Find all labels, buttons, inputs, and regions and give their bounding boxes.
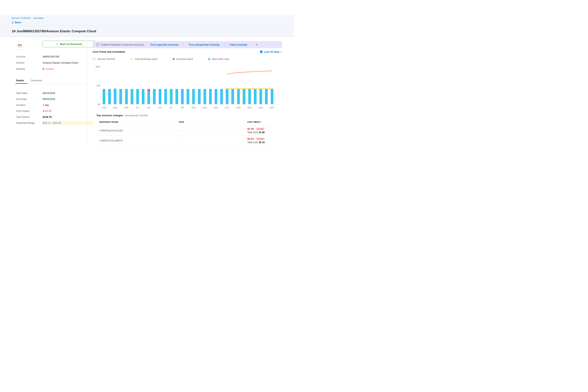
chevron-down-icon: ▾ [281,51,282,53]
legend-label: Spend within range [212,58,229,60]
severity-dot-icon [43,68,44,70]
mark-as-resolved-button[interactable]: ✓ Mark as Resolved [42,41,96,47]
detail-label: Cost Impact [16,110,43,112]
detail-row: Total Spend$158.78 [16,115,93,118]
summary-value: medium [43,68,54,70]
legend-label: Expected Average spend [135,58,158,60]
resource-id-cell[interactable]: i-0b6f257223cad9579 [96,139,179,142]
feedback-option[interactable]: True expected Anomaly [146,43,183,46]
breadcrumb-account-link[interactable]: Account: CCM-NG [12,17,30,19]
expected-range-highlight: $39.72 - $48.56 [43,121,93,125]
summary-label: Account [16,55,43,58]
feedback-close-icon[interactable]: ✕ [256,43,258,46]
cost-line: $0.04+42.26% [247,137,272,140]
detail-value: 1 day [43,104,49,106]
tags-cell: - [179,139,247,142]
feedback-options: True expected AnomalyTrue unexpected Ano… [146,43,252,47]
table-title-row: Top resource changes (showing top 5 resu… [96,114,148,117]
back-button[interactable]: ❮ Back [12,21,21,24]
detail-value: $119.06 [43,110,52,112]
chart-title: Cost Trend and Anomalies [92,50,125,53]
cost-impact-value: $0.49 [247,128,254,130]
summary-row: Account868001352780 [16,55,93,58]
feedback-bubble-icon [96,43,99,46]
date-range-label: Last 30 days [264,50,280,53]
legend-box-icon [172,58,175,60]
summary-rows: Account868001352780ServiceAmazon Elastic… [16,55,93,74]
summary-value: Amazon Elastic Compute Cloud [43,61,78,64]
detail-value: $158.78 [43,116,52,118]
detail-value: $39.72 - $48.56 [43,122,61,124]
legend-label: Anomaly Threshold [98,58,115,60]
anomaly-threshold-line [227,71,272,74]
detail-row: Expected Range$39.72 - $48.56 [16,121,93,124]
svg-text:aws: aws [18,44,22,46]
tab-comments[interactable]: Comments [30,79,42,84]
legend-item: Expected Average spend [130,58,158,60]
feedback-option[interactable]: True unexpected Anomaly [184,43,224,46]
detail-row: End Date06/25/2025 [16,97,93,101]
cost-impact-cell: $0.04+42.26%Total Cost: $0.15 [247,137,272,144]
detail-label: Start Date [16,92,43,94]
back-chevron-icon: ❮ [12,21,14,24]
summary-row: ServiceAmazon Elastic Compute Cloud [16,61,93,64]
column-header: COST IMPACT [247,121,272,123]
title-band: 24 Jun/868001352780/Amazon Elastic Compu… [0,26,294,37]
feedback-banner: Submit Feedback to improve accuracy: Tru… [92,41,282,48]
breadcrumb: Account: CCM-NG › Anomalies [12,17,44,20]
detail-label: Duration [16,104,43,106]
threshold-lines-overlay [92,64,282,112]
detail-row: Cost Impact$119.06 [16,109,93,112]
detail-rows: Start Date06/24/2025End Date06/25/2025Du… [16,91,93,127]
calendar-icon [260,50,263,53]
table-title: Top resource changes [96,114,123,117]
legend-item: Anomalous Spend [172,58,193,60]
severity-value: medium [45,68,54,70]
summary-value: 868001352780 [43,55,60,58]
tab-details[interactable]: Details [16,79,24,84]
tags-cell: - [179,129,247,132]
chart-header: Cost Trend and Anomalies Last 30 days ▾ [92,50,282,53]
legend-box-icon [208,58,210,60]
resource-id-cell[interactable]: i-06597ba197fe112b6 [96,129,179,132]
detail-value: 06/25/2025 [43,98,55,100]
chart-legend: Anomaly ThresholdExpected Average spendA… [92,58,282,60]
legend-item: Spend within range [208,58,229,60]
cost-impact-value: $0.04 [247,138,254,140]
cost-line: $0.49+33.33% [247,127,272,130]
summary-row: Severitymedium [16,68,93,70]
zigzag-line-icon [92,58,96,60]
resolve-button-label: Mark as Resolved [60,43,82,46]
check-icon: ✓ [56,42,58,46]
panel-tabs: DetailsComments [16,79,87,84]
change-percent-badge: +33.33% [256,127,265,130]
breadcrumb-anomalies-link[interactable]: Anomalies [34,17,44,19]
detail-label: Expected Range [16,122,43,124]
total-cost-value: $1.96 [259,131,264,134]
legend-label: Anomalous Spend [176,58,193,60]
table-subtitle: (showing top 5 results) [124,114,148,117]
detail-row: Start Date06/24/2025 [16,91,93,95]
summary-label: Service [16,61,43,64]
total-cost-value: $0.15 [259,141,264,144]
date-range-selector[interactable]: Last 30 days ▾ [260,50,282,53]
anomaly-detail-page: Account: CCM-NG › Anomalies ❮ Back 24 Ju… [0,0,294,196]
aws-provider-icon: aws [16,41,23,50]
resource-table: RESOURCE ID/ARNTAGSCOST IMPACTi-06597ba1… [96,120,275,146]
zigzag-line-icon [130,58,133,60]
feedback-prompt: Submit Feedback to improve accuracy: [101,43,144,46]
total-cost-line: Total Cost: $0.15 [247,141,264,144]
legend-item: Anomaly Threshold [92,58,115,60]
detail-label: Total Spend [16,116,43,118]
page-title: 24 Jun/868001352780/Amazon Elastic Compu… [12,30,96,33]
breadcrumb-band: Account: CCM-NG › Anomalies ❮ Back [0,15,294,26]
cost-trend-chart: $0$50$1005/265/285/306/16/36/56/76/96/11… [92,64,282,112]
table-row: i-06597ba197fe112b6-$0.49+33.33%Total Co… [96,126,275,136]
back-label: Back [15,21,21,24]
feedback-option[interactable]: False Anomaly [225,43,252,46]
detail-label: End Date [16,98,43,100]
total-cost-line: Total Cost: $1.96 [247,131,264,134]
table-row: i-0b6f257223cad9579-$0.04+42.26%Total Co… [96,136,275,146]
detail-row: Duration1 day [16,103,93,107]
summary-label: Severity [16,68,43,70]
